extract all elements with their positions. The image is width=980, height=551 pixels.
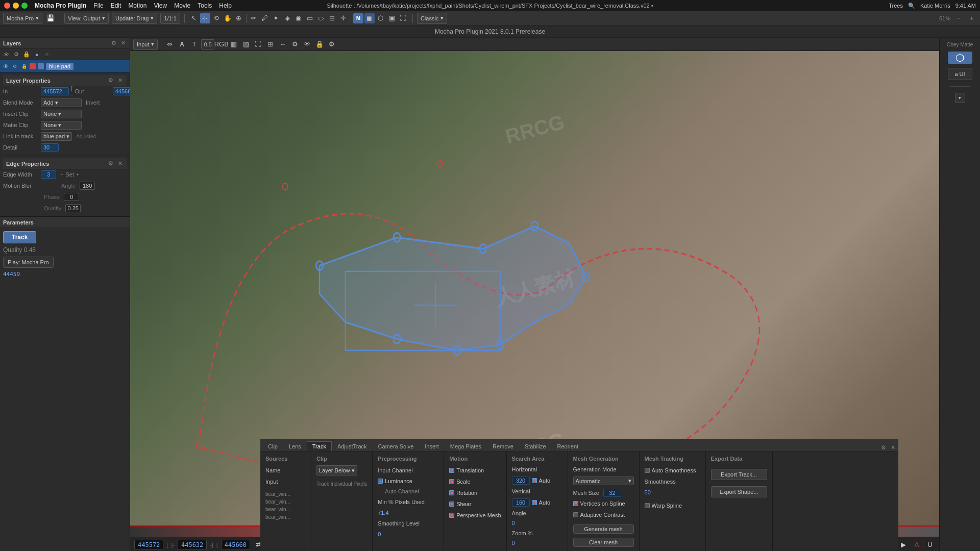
- remove-point-tool[interactable]: ◈: [282, 13, 292, 23]
- timecode-start[interactable]: 445572: [134, 540, 163, 550]
- translation-check[interactable]: ✕: [449, 468, 454, 473]
- phase-input[interactable]: [64, 193, 79, 201]
- add-point-tool[interactable]: ✦: [271, 13, 281, 23]
- track-button[interactable]: Track: [3, 231, 36, 243]
- close-button[interactable]: [4, 3, 10, 9]
- timecode-out[interactable]: 445660: [221, 540, 250, 550]
- classic-dropdown[interactable]: Classic ▾: [417, 13, 447, 24]
- scale-check[interactable]: ✕: [449, 479, 454, 484]
- text-icon[interactable]: T: [189, 39, 199, 49]
- save-icon[interactable]: 💾: [45, 13, 56, 23]
- menu-view[interactable]: View: [154, 2, 167, 9]
- auto-smooth-check[interactable]: [645, 468, 650, 473]
- in-input[interactable]: [41, 87, 69, 95]
- app-dropdown[interactable]: Mocha Pro ▾: [3, 13, 42, 24]
- rect-tool[interactable]: ▭: [305, 13, 315, 23]
- move-tool[interactable]: ✛: [338, 13, 349, 23]
- lock-vt-icon[interactable]: 🔒: [314, 39, 325, 49]
- params-settings-icon[interactable]: ⚙: [880, 444, 887, 451]
- generate-mesh-btn[interactable]: Generate mesh: [573, 524, 634, 534]
- window-controls[interactable]: [4, 3, 28, 9]
- convert-tool[interactable]: ◉: [293, 13, 304, 23]
- angle-input[interactable]: [80, 182, 95, 190]
- color-icon[interactable]: ●: [33, 51, 41, 59]
- layer-visible-icon[interactable]: 👁: [2, 63, 9, 70]
- more-icon[interactable]: ≡: [43, 51, 51, 59]
- luminance-check[interactable]: •: [378, 479, 383, 484]
- fit-icon[interactable]: ⇔: [164, 39, 175, 49]
- export-track-btn[interactable]: Export Track...: [711, 469, 767, 480]
- mocha-icon[interactable]: M: [353, 13, 363, 23]
- link-to-track-dropdown[interactable]: blue pad ▾: [41, 132, 72, 141]
- minus-btn[interactable]: −: [60, 171, 63, 178]
- select-tool[interactable]: ↖: [189, 13, 199, 23]
- rect2-icon[interactable]: ▣: [387, 13, 397, 23]
- key-next-btn[interactable]: ▶: [898, 540, 909, 550]
- full-icon[interactable]: ⛶: [398, 13, 408, 23]
- ep-settings-icon[interactable]: ⚙: [107, 160, 114, 167]
- play-track-button[interactable]: Play: Mocha Pro: [3, 257, 54, 268]
- matte-clip-dropdown[interactable]: None ▾: [41, 121, 82, 130]
- tab-reorient[interactable]: Reorient: [552, 441, 584, 451]
- lp-settings-icon[interactable]: ⚙: [107, 77, 114, 84]
- layer-lock-icon[interactable]: 🔒: [20, 63, 28, 70]
- plus-btn[interactable]: +: [76, 171, 79, 178]
- tab-clip[interactable]: Clip: [262, 441, 283, 451]
- update-dropdown[interactable]: Update: Drag ▾: [112, 13, 157, 24]
- params-close-icon[interactable]: ✕: [889, 444, 896, 451]
- zoom-in-icon[interactable]: +: [967, 13, 977, 23]
- quality-input[interactable]: [65, 204, 81, 212]
- search-icon[interactable]: 🔍: [908, 3, 915, 9]
- tab-remove[interactable]: Remove: [487, 441, 519, 451]
- view-dropdown[interactable]: View: Output ▾: [64, 13, 109, 24]
- pan-tool[interactable]: ✋: [223, 13, 233, 23]
- edge-width-input[interactable]: [41, 170, 56, 179]
- transform-tool[interactable]: ⟲: [211, 13, 222, 23]
- tab-adjust-track[interactable]: AdjustTrack: [332, 441, 373, 451]
- key-u-btn[interactable]: U: [925, 540, 935, 550]
- layer-row[interactable]: 👁 ⚙ 🔒 blue pad: [0, 60, 130, 72]
- right-btn-2[interactable]: a UI: [948, 68, 972, 80]
- right-btn-1[interactable]: ⬡: [948, 52, 972, 64]
- tab-stabilize[interactable]: Stabilize: [519, 441, 552, 451]
- source-item-1[interactable]: bear_win...: [265, 490, 306, 498]
- insert-clip-dropdown[interactable]: None ▾: [41, 110, 82, 118]
- blend-mode-dropdown[interactable]: Add ▾: [41, 98, 82, 107]
- show-icon[interactable]: 👁: [302, 39, 312, 49]
- perspective-check[interactable]: ✕: [449, 513, 454, 518]
- gear-vt-icon[interactable]: ⚙: [327, 39, 337, 49]
- tab-mega-plates[interactable]: Mega Plates: [445, 441, 487, 451]
- ellipse-tool[interactable]: ⬭: [316, 13, 326, 23]
- source-item-4[interactable]: bear_win...: [265, 513, 306, 521]
- layer-gear-icon[interactable]: ⚙: [11, 63, 18, 70]
- warp-check[interactable]: [645, 503, 650, 508]
- input-dropdown[interactable]: Input ▾: [133, 39, 158, 50]
- zoom-tool-vp[interactable]: ⊕: [234, 13, 244, 23]
- spline-tool[interactable]: ✏: [249, 13, 259, 23]
- tab-track[interactable]: Track: [307, 441, 332, 451]
- zoom-out-icon[interactable]: −: [953, 13, 964, 23]
- setting-icon[interactable]: ⚙: [290, 39, 300, 49]
- source-item-2[interactable]: bear_win...: [265, 498, 306, 506]
- maximize-button[interactable]: [21, 3, 28, 9]
- menu-tools[interactable]: Tools: [198, 2, 212, 9]
- eye-icon[interactable]: 👁: [2, 51, 10, 59]
- overlay-icon[interactable]: ▦: [229, 39, 239, 49]
- lp-close-icon[interactable]: ✕: [116, 77, 124, 84]
- minimize-button[interactable]: [13, 3, 19, 9]
- rgb-icon[interactable]: RGB: [216, 39, 227, 49]
- grid-icon[interactable]: ⊞: [265, 39, 276, 49]
- rotation-check[interactable]: ✕: [449, 490, 454, 495]
- add-tool[interactable]: ⊞: [327, 13, 337, 23]
- lock-icon[interactable]: 🔒: [22, 51, 31, 59]
- adaptive-check[interactable]: [573, 512, 578, 517]
- ratio-dropdown[interactable]: 1/1:1: [160, 13, 180, 24]
- tab-camera-solve[interactable]: Camera Solve: [373, 441, 420, 451]
- shear-check[interactable]: ✕: [449, 502, 454, 507]
- menu-movie[interactable]: Movie: [174, 2, 190, 9]
- layer-name[interactable]: blue pad: [46, 63, 74, 70]
- menu-file[interactable]: File: [93, 2, 103, 9]
- vertices-check[interactable]: ✕: [573, 501, 578, 506]
- export-shape-btn[interactable]: Export Shape...: [711, 486, 767, 497]
- gen-mode-dropdown[interactable]: Automatic ▾: [573, 477, 634, 485]
